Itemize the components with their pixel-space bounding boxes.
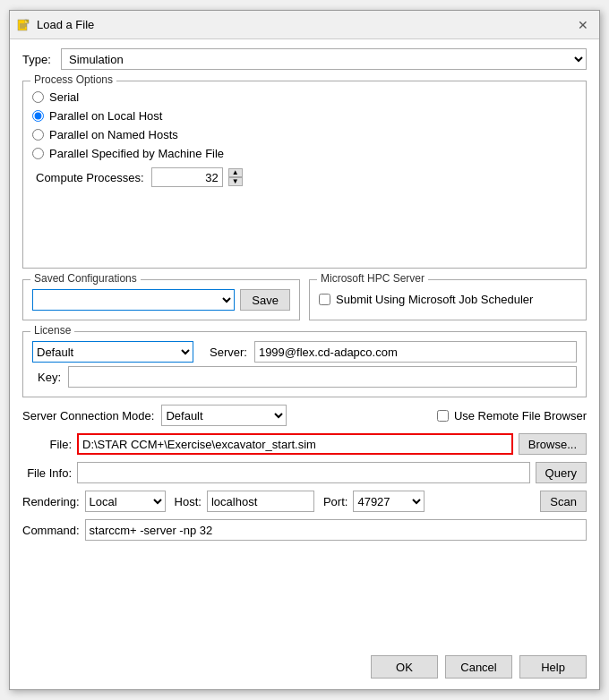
title-bar-left: Load a File — [17, 18, 94, 32]
remote-file-browser-label: Use Remote File Browser — [454, 409, 587, 423]
radio-parallel-named[interactable]: Parallel on Named Hosts — [32, 128, 577, 141]
hpc-legend: Microsoft HPC Server — [317, 272, 428, 285]
saved-config-group: Saved Configurations Save — [22, 279, 300, 320]
type-select[interactable]: Simulation — [61, 48, 587, 70]
lower-section: Saved Configurations Save Microsoft HPC … — [22, 276, 587, 320]
spin-down-button[interactable]: ▼ — [228, 177, 243, 186]
hpc-checkbox[interactable] — [319, 294, 330, 305]
saved-config-select[interactable] — [32, 289, 235, 311]
port-label: Port: — [323, 495, 347, 508]
query-button[interactable]: Query — [536, 462, 587, 483]
ok-button[interactable]: OK — [371, 655, 438, 679]
bottom-bar: OK Cancel Help — [10, 648, 599, 689]
saved-config-legend: Saved Configurations — [30, 272, 141, 285]
key-row: Key: — [32, 366, 577, 388]
radio-serial[interactable]: Serial — [32, 90, 577, 104]
spin-up-button[interactable]: ▲ — [228, 168, 243, 177]
radio-parallel-machine[interactable]: Parallel Specified by Machine File — [32, 147, 577, 160]
compute-row: Compute Processes: ▲ ▼ — [36, 167, 577, 187]
file-row: File: Browse... — [22, 433, 587, 455]
rendering-row: Rendering: Local Host: Port: 47927 Scan — [22, 491, 587, 512]
server-input[interactable] — [254, 341, 577, 363]
help-button[interactable]: Help — [519, 655, 587, 679]
saved-config-row: Save — [32, 289, 290, 311]
host-input[interactable] — [207, 491, 314, 512]
server-conn-select[interactable]: Default — [161, 405, 287, 426]
radio-parallel-machine-label: Parallel Specified by Machine File — [49, 147, 224, 160]
remote-file-browser-checkbox[interactable] — [437, 410, 449, 422]
radio-parallel-named-label: Parallel on Named Hosts — [49, 128, 178, 141]
command-input[interactable] — [85, 519, 587, 541]
type-row: Type: Simulation — [22, 48, 587, 70]
command-label: Command: — [22, 524, 80, 537]
title-bar: Load a File ✕ — [10, 11, 599, 39]
radio-parallel-local[interactable]: Parallel on Local Host — [32, 109, 577, 123]
license-select[interactable]: Default — [32, 341, 193, 363]
hpc-checkbox-label: Submit Using Microsoft Job Scheduler — [336, 293, 533, 306]
file-label: File: — [22, 438, 72, 451]
host-label: Host: — [175, 495, 202, 508]
port-select[interactable]: 47927 — [353, 491, 425, 512]
radio-parallel-machine-input[interactable] — [32, 148, 44, 159]
compute-label: Compute Processes: — [36, 171, 144, 184]
dialog-content: Type: Simulation Process Options Serial … — [10, 39, 599, 648]
radio-parallel-local-input[interactable] — [32, 110, 44, 122]
hpc-group: Microsoft HPC Server Submit Using Micros… — [309, 279, 587, 320]
rendering-label: Rendering: — [22, 495, 80, 508]
command-row: Command: — [22, 519, 587, 541]
scan-button[interactable]: Scan — [540, 491, 587, 512]
server-conn-row: Server Connection Mode: Default Use Remo… — [22, 405, 587, 426]
server-conn-label: Server Connection Mode: — [22, 409, 154, 423]
dialog-title: Load a File — [37, 18, 94, 31]
radio-parallel-named-input[interactable] — [32, 129, 44, 141]
process-radio-group: Serial Parallel on Local Host Parallel o… — [32, 87, 577, 160]
load-file-dialog: Load a File ✕ Type: Simulation Process O… — [9, 10, 600, 690]
file-input[interactable] — [77, 433, 513, 455]
license-legend: License — [30, 324, 74, 337]
save-config-button[interactable]: Save — [240, 289, 290, 311]
process-options-group: Process Options Serial Parallel on Local… — [22, 81, 587, 269]
radio-serial-input[interactable] — [32, 91, 44, 103]
key-input[interactable] — [68, 366, 577, 388]
hpc-checkbox-row: Submit Using Microsoft Job Scheduler — [319, 293, 577, 306]
type-label: Type: — [22, 53, 54, 66]
rendering-select[interactable]: Local — [85, 491, 166, 512]
server-label: Server: — [210, 346, 247, 359]
license-group: License Default Server: Key: — [22, 331, 587, 397]
process-options-legend: Process Options — [30, 73, 116, 86]
key-label: Key: — [32, 371, 61, 384]
compute-spinner: ▲ ▼ — [228, 168, 243, 186]
fileinfo-label: File Info: — [22, 466, 72, 480]
cancel-button[interactable]: Cancel — [445, 655, 512, 679]
compute-processes-input[interactable] — [151, 167, 223, 187]
radio-serial-label: Serial — [49, 90, 79, 104]
fileinfo-row: File Info: Query — [22, 462, 587, 483]
close-button[interactable]: ✕ — [574, 16, 592, 34]
license-row: Default Server: — [32, 341, 577, 363]
browse-button[interactable]: Browse... — [519, 433, 587, 455]
remote-checkbox-row: Use Remote File Browser — [437, 409, 587, 423]
fileinfo-input[interactable] — [77, 462, 530, 483]
dialog-icon — [17, 18, 31, 32]
radio-parallel-local-label: Parallel on Local Host — [49, 109, 162, 123]
spacer — [32, 187, 577, 259]
